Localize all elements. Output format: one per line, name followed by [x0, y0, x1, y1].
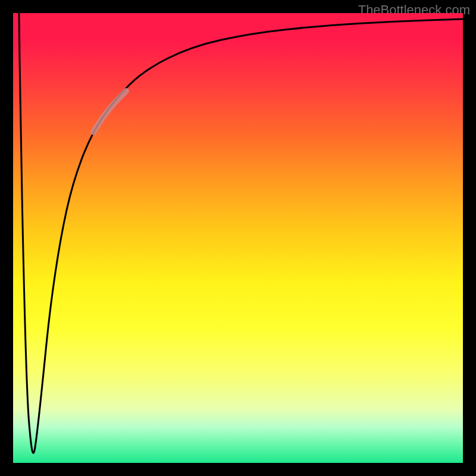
bottleneck-curve: [19, 13, 463, 453]
chart-container: TheBottleneck.com: [0, 0, 476, 476]
plot-area: [13, 13, 463, 463]
highlight-segment: [93, 91, 126, 132]
curve-layer: [13, 13, 463, 463]
